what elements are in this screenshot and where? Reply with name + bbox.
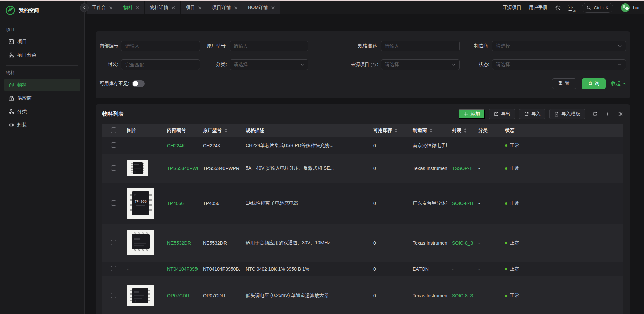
sort-icon[interactable] [225, 128, 227, 133]
chip-package-icon [9, 122, 14, 128]
sidebar-item-footprint[interactable]: 封装 [4, 119, 80, 132]
export-button[interactable]: 导出 [489, 109, 515, 119]
internal-code-link[interactable]: TPS55340PWPR [167, 166, 198, 171]
part-photo[interactable]: TP4056 [127, 188, 154, 219]
user-avatar[interactable] [621, 3, 630, 12]
global-search[interactable]: Ctrl + K [582, 3, 614, 13]
internal-code-link[interactable]: NE5532DR [167, 240, 191, 246]
mpn-cell: CH224K [198, 137, 240, 154]
sidebar-collapse-button[interactable] [80, 3, 89, 12]
package-input[interactable] [125, 62, 196, 67]
user-manual-link[interactable]: 用户手册 [529, 5, 548, 11]
column-settings-button[interactable] [618, 111, 623, 117]
part-photo[interactable] [127, 230, 154, 255]
tab-material-detail[interactable]: 物料详情 [145, 1, 181, 14]
category-cell: - [473, 137, 500, 154]
row-checkbox[interactable] [111, 293, 116, 298]
package-link[interactable]: SOIC-8_3.9x4.9... [452, 293, 473, 298]
language-switch-button[interactable] [568, 5, 574, 11]
mpn-input[interactable] [234, 43, 304, 49]
col-header-package[interactable]: 封装 [447, 124, 473, 137]
part-photo[interactable] [127, 285, 154, 306]
status-dot-icon [505, 295, 507, 297]
package-link[interactable]: TSSOP-14-1EP_... [452, 166, 473, 171]
workspace-header[interactable]: 我的空间 [0, 1, 84, 20]
sort-icon[interactable] [430, 128, 432, 133]
package-link[interactable]: SOIC-8-1EP_3.9... [452, 201, 473, 206]
part-photo[interactable] [127, 160, 148, 176]
internal-code-link[interactable]: TP4056 [167, 201, 184, 206]
col-header-status: 状态 [500, 124, 623, 137]
source-project-select[interactable]: 请选择 [381, 59, 460, 70]
row-checkbox[interactable] [111, 266, 116, 271]
theme-toggle-button[interactable] [555, 5, 561, 11]
add-button[interactable]: 添加 [459, 109, 485, 119]
workspace-name: 我的空间 [19, 7, 39, 14]
spec-cell: 5A、40V 宽输入电压升压、反激式和 SE... [240, 154, 368, 183]
reset-button[interactable]: 重置 [552, 78, 576, 89]
tab-project-detail[interactable]: 项目详情 [207, 1, 243, 14]
internal-code-link[interactable]: CH224K [167, 143, 185, 148]
status-badge: 正常 [505, 200, 618, 206]
category-cell: - [473, 224, 500, 262]
refresh-button[interactable] [592, 111, 598, 117]
tab-close-icon[interactable] [198, 6, 202, 10]
tab-bom-detail[interactable]: BOM详情 [243, 1, 280, 14]
tab-close-icon[interactable] [234, 6, 238, 10]
collapse-filter-link[interactable]: 收起 [611, 81, 626, 87]
stock-cell: 0 [368, 224, 407, 262]
row-checkbox[interactable] [111, 165, 116, 171]
col-header-manufacturer[interactable]: 制造商 [407, 124, 447, 137]
filter-label-internal-code: 内部编号: [100, 43, 121, 49]
import-template-button[interactable]: 导入模板 [549, 109, 585, 119]
internal-code-link[interactable]: OP07CDR [167, 293, 189, 298]
query-button[interactable]: 查询 [582, 78, 606, 89]
table-row: OP07CDR OP07CDR 低失调电压 (0.25mV) 单通道运算放大器 … [102, 276, 623, 314]
package-link[interactable]: SOIC-8_3.9x4.9... [452, 240, 473, 246]
spec-cell: 1A线性锂离子电池充电器 [240, 183, 368, 224]
status-select[interactable]: 请选择 [492, 59, 626, 70]
col-header-stock[interactable]: 可用库存 [368, 124, 407, 137]
open-source-link[interactable]: 开源项目 [503, 5, 522, 11]
sort-icon[interactable] [464, 128, 467, 133]
status-dot-icon [505, 202, 507, 205]
tab-close-icon[interactable] [136, 6, 139, 10]
row-checkbox[interactable] [111, 200, 116, 206]
chevron-up-icon [622, 82, 626, 86]
sort-icon[interactable] [395, 128, 397, 133]
manufacturer-select[interactable]: 请选择 [492, 41, 626, 51]
row-height-button[interactable] [605, 111, 610, 117]
tab-close-icon[interactable] [271, 6, 275, 10]
row-checkbox[interactable] [111, 240, 116, 245]
sidebar-item-material[interactable]: 物料 [4, 78, 80, 91]
username: hui [633, 5, 639, 10]
row-checkbox[interactable] [111, 142, 116, 148]
file-icon [554, 112, 559, 117]
tab-material[interactable]: 物料 [118, 1, 145, 14]
material-table: 图片 内部编号 原厂型号 规格描述 可用库存 制造商 封装 分类 状态 [102, 124, 623, 314]
low-stock-toggle[interactable] [132, 80, 145, 87]
sidebar-item-project-category[interactable]: 项目分类 [4, 49, 80, 61]
col-header-mpn[interactable]: 原厂型号 [198, 124, 240, 137]
manufacturer-cell: Texas Instruments Incorp... [407, 224, 447, 262]
sidebar-item-category[interactable]: 分类 [4, 105, 80, 118]
category-select[interactable]: 请选择 [230, 59, 308, 70]
filter-panel: 内部编号: 原厂型号: 规格描述: 制造商: 请选择 [96, 31, 630, 98]
sidebar-item-project[interactable]: 项目 [4, 35, 80, 48]
help-icon[interactable] [371, 63, 376, 67]
table-row: NE5532DR NE5532DR 适用于音频应用的双通道、30V、10MHz.… [102, 224, 623, 262]
status-dot-icon [505, 144, 507, 147]
spec-input[interactable] [385, 43, 456, 49]
import-button[interactable]: 导入 [519, 109, 545, 119]
select-all-checkbox[interactable] [111, 127, 116, 133]
tab-close-icon[interactable] [109, 6, 113, 10]
internal-code-input[interactable] [125, 43, 196, 49]
chevron-down-icon [618, 63, 622, 67]
tab-workbench[interactable]: 工作台 [87, 1, 118, 14]
filter-label-category: 分类: [205, 62, 230, 68]
tab-label: 项目 [186, 5, 195, 11]
sidebar-item-supplier[interactable]: 供应商 [4, 92, 80, 105]
internal-code-link[interactable]: NT04104F3950B1F [167, 266, 198, 272]
tab-project[interactable]: 项目 [181, 1, 207, 14]
tab-close-icon[interactable] [171, 6, 175, 10]
